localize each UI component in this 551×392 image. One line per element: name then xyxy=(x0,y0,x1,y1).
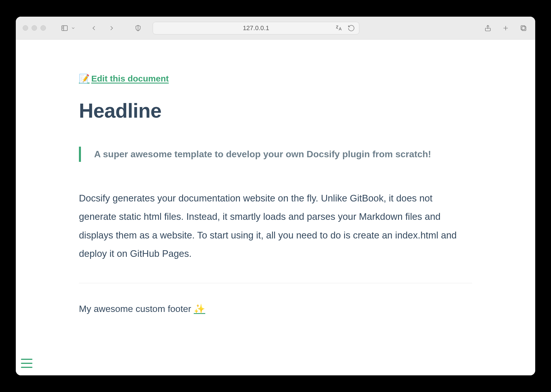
body-paragraph: Docsify generates your documentation web… xyxy=(79,189,472,263)
svg-rect-8 xyxy=(522,26,526,30)
tab-groups-dropdown[interactable] xyxy=(68,23,78,33)
close-window-button[interactable] xyxy=(23,25,28,31)
custom-footer: My awesome custom footer ✨ xyxy=(79,303,472,314)
svg-rect-9 xyxy=(521,26,525,30)
sidebar-toggle-button[interactable] xyxy=(60,23,69,33)
edit-link-text: Edit this document xyxy=(91,74,169,84)
browser-window: 127.0.0.1 xyxy=(16,17,535,375)
privacy-shield-button[interactable] xyxy=(133,23,143,33)
sidebar-hamburger-button[interactable] xyxy=(21,359,32,368)
address-bar[interactable]: 127.0.0.1 xyxy=(153,22,359,34)
back-button[interactable] xyxy=(89,23,99,33)
translate-icon[interactable] xyxy=(334,23,344,33)
footer-text: My awesome custom footer xyxy=(79,304,194,314)
edit-document-link[interactable]: 📝 Edit this document xyxy=(79,73,169,84)
divider xyxy=(79,283,472,283)
zoom-window-button[interactable] xyxy=(40,25,46,31)
share-button[interactable] xyxy=(483,23,493,33)
sparkles-icon: ✨ xyxy=(194,304,205,314)
page-content: 📝 Edit this document Headline A super aw… xyxy=(16,40,535,375)
forward-button[interactable] xyxy=(107,23,117,33)
svg-rect-0 xyxy=(62,26,67,30)
minimize-window-button[interactable] xyxy=(32,25,37,31)
new-tab-button[interactable] xyxy=(501,23,511,33)
memo-icon: 📝 xyxy=(79,73,90,84)
address-text: 127.0.0.1 xyxy=(243,24,269,32)
tab-overview-button[interactable] xyxy=(519,23,528,33)
page-headline: Headline xyxy=(79,99,472,122)
browser-toolbar: 127.0.0.1 xyxy=(16,17,535,40)
window-controls xyxy=(23,25,46,31)
footer-sparkle-link[interactable]: ✨ xyxy=(194,304,205,314)
callout-quote: A super awesome template to develop your… xyxy=(79,147,472,162)
reload-button[interactable] xyxy=(346,23,356,33)
